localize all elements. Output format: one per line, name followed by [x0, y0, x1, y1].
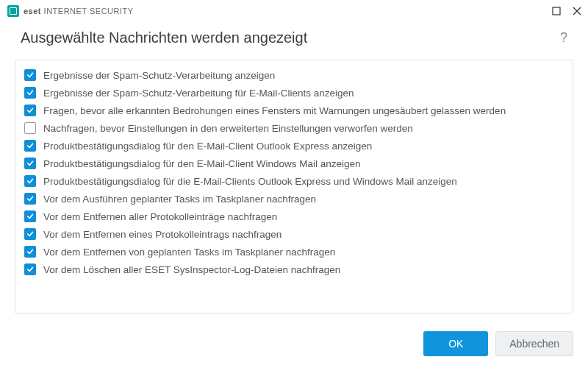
brand: eset INTERNET SECURITY: [7, 5, 134, 17]
option-label: Vor dem Entfernen aller Protokolleinträg…: [43, 211, 277, 222]
svg-rect-0: [553, 7, 560, 15]
option-label: Vor dem Entfernen von geplanten Tasks im…: [43, 247, 335, 258]
product-name: eset INTERNET SECURITY: [24, 7, 134, 15]
option-label: Produktbestätigungsdialog für den E-Mail…: [43, 158, 360, 169]
options-panel: Ergebnisse der Spam-Schutz-Verarbeitung …: [15, 60, 573, 314]
option-label: Fragen, bevor alle erkannten Bedrohungen…: [43, 105, 506, 116]
option-label: Vor dem Ausführen geplanter Tasks im Tas…: [43, 194, 316, 205]
content-area: Ergebnisse der Spam-Schutz-Verarbeitung …: [0, 60, 588, 319]
option-row: Vor dem Ausführen geplanter Tasks im Tas…: [21, 190, 570, 208]
option-row: Vor dem Löschen aller ESET SysInspector-…: [21, 261, 570, 278]
close-button[interactable]: [572, 6, 582, 16]
dialog-header: Ausgewählte Nachrichten werden angezeigt…: [0, 22, 588, 60]
option-label: Vor dem Entfernen eines Protokolleintrag…: [43, 229, 282, 240]
option-checkbox[interactable]: [24, 122, 36, 134]
help-icon[interactable]: ?: [560, 30, 567, 46]
option-row: Produktbestätigungsdialog für die E-Mail…: [21, 172, 570, 190]
option-label: Ergebnisse der Spam-Schutz-Verarbeitung …: [43, 70, 275, 81]
option-checkbox[interactable]: [24, 175, 36, 187]
option-label: Nachfragen, bevor Einstellungen in den e…: [43, 123, 413, 134]
option-row: Produktbestätigungsdialog für den E-Mail…: [21, 137, 570, 155]
window-controls: [551, 6, 582, 16]
option-label: Produktbestätigungsdialog für den E-Mail…: [43, 141, 372, 152]
option-checkbox[interactable]: [24, 228, 36, 240]
option-row: Ergebnisse der Spam-Schutz-Verarbeitung …: [21, 84, 570, 102]
option-label: Produktbestätigungsdialog für die E-Mail…: [43, 176, 457, 187]
option-checkbox[interactable]: [24, 246, 36, 258]
option-checkbox[interactable]: [24, 210, 36, 222]
option-row: Produktbestätigungsdialog für den E-Mail…: [21, 155, 570, 172]
option-row: Vor dem Entfernen eines Protokolleintrag…: [21, 225, 570, 243]
dialog-window: eset INTERNET SECURITY Ausgewählte Nachr…: [0, 0, 588, 368]
eset-logo-icon: [7, 5, 19, 17]
option-checkbox[interactable]: [24, 140, 36, 152]
option-label: Vor dem Löschen aller ESET SysInspector-…: [43, 264, 340, 275]
option-checkbox[interactable]: [24, 105, 36, 116]
option-checkbox[interactable]: [24, 193, 36, 205]
option-checkbox[interactable]: [24, 158, 36, 169]
titlebar: eset INTERNET SECURITY: [0, 0, 588, 22]
option-row: Nachfragen, bevor Einstellungen in den e…: [21, 119, 570, 137]
option-checkbox[interactable]: [24, 69, 36, 81]
option-row: Vor dem Entfernen aller Protokolleinträg…: [21, 208, 570, 225]
option-label: Ergebnisse der Spam-Schutz-Verarbeitung …: [43, 88, 354, 99]
dialog-footer: OK Abbrechen: [0, 319, 588, 368]
cancel-button[interactable]: Abbrechen: [495, 331, 573, 356]
options-list[interactable]: Ergebnisse der Spam-Schutz-Verarbeitung …: [15, 60, 573, 313]
option-checkbox[interactable]: [24, 87, 36, 99]
option-checkbox[interactable]: [24, 263, 36, 275]
maximize-button[interactable]: [551, 6, 562, 16]
option-row: Vor dem Entfernen von geplanten Tasks im…: [21, 243, 570, 261]
ok-button[interactable]: OK: [423, 331, 488, 356]
dialog-title: Ausgewählte Nachrichten werden angezeigt: [21, 29, 307, 46]
option-row: Fragen, bevor alle erkannten Bedrohungen…: [21, 102, 570, 119]
option-row: Ergebnisse der Spam-Schutz-Verarbeitung …: [21, 66, 570, 84]
